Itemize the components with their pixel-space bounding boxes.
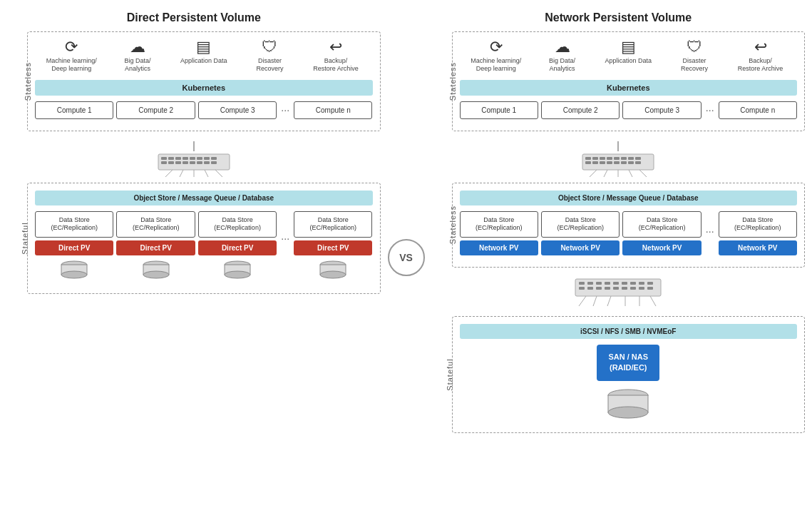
svg-rect-44: [592, 161, 598, 164]
right-icon-backup: ↩ Backup/Restore Archive: [732, 39, 789, 73]
right-compute-dots: ···: [704, 104, 716, 116]
left-pv-2: Direct PV: [116, 240, 195, 255]
svg-line-54: [629, 170, 632, 177]
right-icons-row: ⟳ Machine learning/Deep learning ☁ Big D…: [460, 39, 798, 73]
left-db-1: [58, 260, 90, 282]
left-ds-col-2: Data Store(EC/Replication) Direct PV: [116, 211, 195, 282]
svg-line-21: [215, 170, 222, 177]
svg-rect-47: [614, 161, 620, 164]
left-ds-col-n: Data Store(EC/Replication) Direct PV: [294, 211, 372, 282]
right-pv-3: Network PV: [622, 240, 701, 255]
svg-rect-67: [587, 287, 593, 290]
right-ds-dots: ···: [704, 211, 716, 237]
svg-line-77: [607, 296, 611, 306]
left-compute-row: Compute 1 Compute 2 Compute 3 ··· Comput…: [35, 101, 373, 119]
icon-disaster: 🛡 DisasterRecovery: [241, 39, 298, 73]
svg-rect-59: [596, 282, 602, 285]
svg-line-75: [579, 296, 586, 306]
left-pv-1: Direct PV: [35, 240, 113, 255]
svg-rect-39: [614, 157, 620, 160]
right-ds-3: Data Store(EC/Replication): [622, 211, 701, 238]
svg-rect-74: [647, 287, 653, 290]
svg-rect-69: [605, 287, 610, 290]
svg-rect-40: [621, 157, 627, 160]
right-ds-col-n: Data Store(EC/Replication) Network PV: [719, 211, 797, 255]
svg-line-20: [205, 170, 208, 177]
right-db-icon: [603, 388, 653, 425]
svg-rect-48: [621, 161, 627, 164]
svg-rect-68: [596, 287, 602, 290]
compute-2: Compute 2: [116, 101, 195, 119]
left-object-store: Object Store / Message Queue / Database: [35, 191, 373, 205]
svg-rect-38: [607, 157, 612, 160]
svg-rect-58: [587, 282, 593, 285]
svg-rect-36: [592, 157, 598, 160]
san-nas-btn: SAN / NAS(RAID/EC): [597, 345, 659, 381]
svg-rect-66: [579, 287, 585, 290]
svg-rect-13: [190, 161, 195, 164]
right-compute-3: Compute 3: [622, 101, 701, 119]
right-ds-n: Data Store(EC/Replication): [719, 211, 797, 238]
svg-rect-10: [168, 161, 174, 164]
svg-rect-43: [585, 161, 591, 164]
left-ds-2: Data Store(EC/Replication): [116, 211, 195, 238]
svg-rect-42: [635, 157, 641, 160]
svg-line-80: [650, 296, 656, 306]
right-object-store: Object Store / Message Queue / Database: [460, 191, 798, 205]
right-compute-2: Compute 2: [541, 101, 620, 119]
left-db-3: [222, 260, 253, 282]
vs-circle: VS: [388, 239, 425, 276]
left-k8s-bar: Kubernetes: [35, 80, 373, 96]
svg-rect-37: [600, 157, 605, 160]
svg-rect-65: [647, 282, 653, 285]
svg-point-33: [320, 271, 346, 278]
compute-n: Compute n: [294, 101, 372, 119]
svg-rect-57: [579, 282, 585, 285]
icon-appdata: ▤ Application Data: [175, 39, 232, 65]
svg-rect-6: [197, 157, 202, 160]
svg-rect-35: [585, 157, 591, 160]
right-section: Network Persistent Volume Stateless ⟳ Ma…: [432, 11, 806, 433]
icon-bigdata: ☁ Big Data/Analytics: [109, 39, 166, 73]
svg-rect-11: [175, 161, 181, 164]
svg-rect-72: [630, 287, 636, 290]
right-k8s-bar: Kubernetes: [460, 80, 798, 96]
svg-point-83: [608, 407, 648, 418]
right-stateless-box: ⟳ Machine learning/Deep learning ☁ Big D…: [452, 31, 806, 131]
svg-line-76: [593, 296, 597, 306]
right-ds-1: Data Store(EC/Replication): [460, 211, 538, 238]
svg-rect-2: [168, 157, 174, 160]
svg-line-51: [590, 170, 597, 177]
right-stateful-box: iSCSI / NFS / SMB / NVMEoF SAN / NAS(RAI…: [452, 316, 806, 433]
right-pv-n: Network PV: [719, 240, 797, 255]
right-compute-row: Compute 1 Compute 2 Compute 3 ··· Comput…: [460, 101, 798, 119]
svg-rect-64: [639, 282, 644, 285]
svg-rect-8: [211, 157, 217, 160]
svg-rect-7: [204, 157, 210, 160]
iscsi-bar: iSCSI / NFS / SMB / NVMEoF: [460, 324, 798, 339]
left-ds-col-3: Data Store(EC/Replication) Direct PV: [198, 211, 277, 282]
left-ds-col-1: Data Store(EC/Replication) Direct PV: [35, 211, 113, 282]
svg-rect-41: [628, 157, 634, 160]
svg-rect-63: [630, 282, 636, 285]
compute-1: Compute 1: [35, 101, 113, 119]
right-icon-appdata: ▤ Application Data: [600, 39, 657, 65]
right-ds-2: Data Store(EC/Replication): [541, 211, 620, 238]
svg-line-18: [180, 170, 183, 177]
left-pv-3: Direct PV: [198, 240, 277, 255]
svg-rect-3: [175, 157, 181, 160]
svg-rect-71: [622, 287, 627, 290]
right-switch-top: [575, 141, 661, 177]
right-stateless-box-2: Object Store / Message Queue / Database …: [452, 183, 806, 268]
svg-rect-73: [639, 287, 644, 290]
svg-line-17: [165, 170, 173, 177]
right-compute-1: Compute 1: [460, 101, 538, 119]
left-ds-n: Data Store(EC/Replication): [294, 211, 372, 238]
line-top: [193, 141, 195, 151]
right-pv-1: Network PV: [460, 240, 538, 255]
left-db-n: [317, 260, 349, 282]
svg-line-52: [604, 170, 607, 177]
svg-rect-5: [190, 157, 195, 160]
main-container: Direct Persistent Volume Stateless ⟳ Mac…: [0, 0, 812, 445]
svg-rect-61: [613, 282, 619, 285]
